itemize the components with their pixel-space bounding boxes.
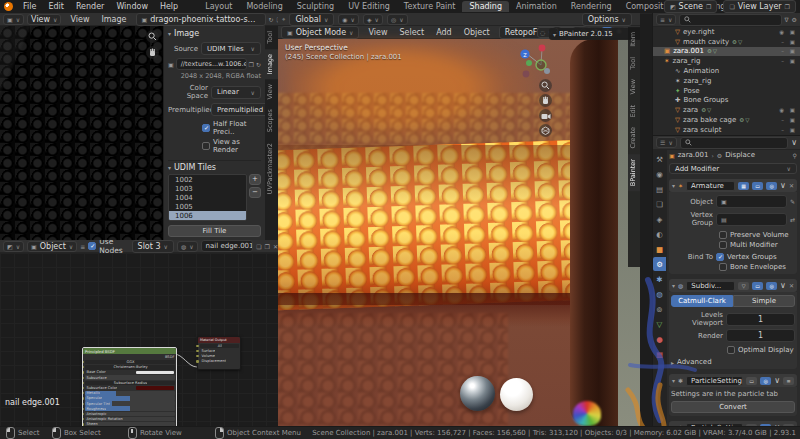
viewport-menu[interactable]: Select xyxy=(393,27,430,38)
app-menu-item[interactable]: File xyxy=(17,1,42,12)
colorspace-dropdown[interactable]: Linear∨ xyxy=(211,86,261,99)
reload-icon[interactable]: ↻ xyxy=(256,61,261,68)
viewport-sidebar-tab[interactable]: Tool xyxy=(628,52,640,75)
udim-panel-header[interactable]: ▾UDIM Tiles xyxy=(168,160,261,172)
shader-type-dropdown[interactable]: ▣Object∨ xyxy=(27,241,77,252)
visibility-toggles[interactable]: – ▣ xyxy=(781,58,797,64)
image-mode-dropdown[interactable]: View∨ xyxy=(27,14,61,25)
editor-type-button[interactable]: ☰∨ xyxy=(656,137,677,148)
multi-modifier-checkbox[interactable] xyxy=(719,241,727,249)
outliner-row[interactable]: ∿ Animation xyxy=(653,66,800,76)
properties-tab-render[interactable]: ◉ xyxy=(653,167,666,181)
armature-object-field[interactable]: ▣ xyxy=(716,195,787,208)
properties-tab-scene[interactable]: ◈ xyxy=(653,212,666,226)
node-row[interactable]: Specular Tint xyxy=(85,401,175,406)
bone-envelopes-checkbox[interactable] xyxy=(719,263,727,271)
node-row[interactable]: Base Color xyxy=(85,370,175,375)
node-row[interactable]: Subsurface xyxy=(85,375,175,380)
orientation-dropdown[interactable]: Global∨ xyxy=(289,13,334,26)
modifier-name-field[interactable]: Subdiv... xyxy=(686,281,735,291)
node-row[interactable]: All xyxy=(200,344,239,349)
app-menu-item[interactable]: Help xyxy=(154,1,184,12)
viewport-menu[interactable]: Object xyxy=(458,27,496,38)
workspace-tab[interactable]: Sculpting xyxy=(290,1,341,12)
half-float-checkbox[interactable] xyxy=(202,124,210,132)
modifier-name-field[interactable]: Armature xyxy=(686,181,735,191)
properties-tab-physics[interactable]: ◍ xyxy=(653,287,666,301)
outliner-display-mode[interactable]: ≡∨ xyxy=(656,14,676,25)
copy-material-icon[interactable]: ❐ xyxy=(265,243,270,250)
visibility-toggles[interactable]: – ▣ xyxy=(781,48,797,54)
zoom-gizmo[interactable] xyxy=(146,30,159,43)
properties-tab-object[interactable]: ■ xyxy=(653,242,666,256)
workspace-tab[interactable]: Animation xyxy=(509,1,564,12)
optimal-display-checkbox[interactable] xyxy=(727,346,735,354)
viewport-menu[interactable]: View xyxy=(362,27,393,38)
viewport-pan-button[interactable] xyxy=(539,94,552,107)
add-tile-button[interactable]: + xyxy=(249,174,261,185)
viewport-sidebar-tab[interactable]: BPainter xyxy=(628,154,640,191)
viewport-sidebar-tab[interactable]: Edit xyxy=(628,100,640,123)
node-row[interactable]: Specular xyxy=(85,396,175,401)
udim-tile[interactable]: 1002 xyxy=(169,175,246,184)
outliner-options-icon[interactable]: ⚙ xyxy=(792,16,797,23)
preserve-volume-checkbox[interactable] xyxy=(719,231,727,239)
proportional-edit-dropdown[interactable]: ◎∨ xyxy=(387,14,408,25)
workspace-tab[interactable]: Texture Paint xyxy=(397,1,463,12)
properties-tab-world[interactable]: ◐ xyxy=(653,227,666,241)
new-material-icon[interactable]: ❏ xyxy=(256,243,261,250)
open-folder-icon[interactable]: ❐ xyxy=(249,61,254,68)
image-sidebar-tab[interactable]: Scopes xyxy=(265,104,278,137)
modifier-extras-icon[interactable]: ∨ xyxy=(780,181,786,190)
node-row[interactable]: Volume xyxy=(200,354,239,359)
image-sidebar-tab[interactable]: Image xyxy=(265,49,278,79)
node-row[interactable]: Surface xyxy=(200,349,239,354)
properties-tab-output[interactable]: ▤ xyxy=(653,182,666,196)
visibility-toggles[interactable]: – ▣ xyxy=(781,117,797,123)
node-row[interactable]: Roughness xyxy=(85,406,175,411)
outliner-row[interactable]: ▽ eye.right ◉ ▣ xyxy=(653,27,800,37)
viewport-sidebar-tab[interactable]: View xyxy=(628,74,640,99)
catmull-clark-button[interactable]: Catmull-Clark xyxy=(671,295,733,307)
view-layer-selector[interactable]: ❏View Layer❐ xyxy=(723,0,796,13)
properties-tab-particles[interactable]: ✱ xyxy=(653,272,666,286)
transform-icon[interactable]: ⌖ xyxy=(282,15,285,23)
properties-tab-view-layer[interactable]: ❏ xyxy=(653,197,666,211)
app-menu-item[interactable]: Edit xyxy=(42,1,70,12)
udim-tile[interactable]: 1005 xyxy=(169,202,246,211)
outliner-row[interactable]: ▽ mouth cavity ⚙▽ – ▣ xyxy=(653,37,800,47)
image-sidebar-tab[interactable]: Tool xyxy=(265,26,278,49)
bpainter-panel-header[interactable]: ▾BPainter 2.0.15 xyxy=(549,28,640,40)
app-menu-item[interactable]: Render xyxy=(70,1,110,12)
editor-type-button[interactable]: ◩∨ xyxy=(3,241,24,252)
menu-icon[interactable]: ≡ xyxy=(80,243,85,250)
outliner-row[interactable]: ▽ zara ⚙▽ ◉ ▣ xyxy=(653,105,800,115)
render-levels-value[interactable]: 1 xyxy=(726,329,795,342)
drag-handle-icon[interactable]: ≡ xyxy=(783,377,794,385)
outliner-row[interactable]: ✶ zara_rig xyxy=(653,76,800,86)
principled-bsdf-node[interactable]: Principled BSDF BSDFGGXChristensen-Burle… xyxy=(82,347,177,426)
workspace-tab[interactable]: UV Editing xyxy=(341,1,397,12)
app-menu-item[interactable]: Window xyxy=(110,1,154,12)
filepath-field[interactable]: //textures...w.1006.exr xyxy=(176,58,247,70)
editor-type-button[interactable]: ▣∨ xyxy=(3,14,24,25)
node-row[interactable]: Christensen-Burley xyxy=(85,365,175,370)
realtime-toggle[interactable]: ▭ xyxy=(752,182,763,190)
pin-icon[interactable]: ⚲ xyxy=(793,152,797,159)
node-row[interactable]: BSDF xyxy=(85,355,175,360)
advanced-panel-header[interactable]: Advanced xyxy=(677,358,712,366)
realtime-toggle[interactable]: ▭ xyxy=(746,377,757,385)
node-row[interactable]: GGX xyxy=(85,360,175,365)
node-row[interactable]: Anisotropic xyxy=(85,412,175,417)
convert-button[interactable]: Convert xyxy=(671,401,795,413)
properties-tab-texture[interactable]: ▦ xyxy=(653,347,666,361)
cage-toggle[interactable]: ▽ xyxy=(738,282,749,290)
simple-button[interactable]: Simple xyxy=(733,295,795,307)
white-preview-sphere[interactable] xyxy=(500,378,533,411)
visibility-toggles[interactable]: ◉ ▣ xyxy=(779,107,797,113)
properties-tab-tool[interactable]: ⚒ xyxy=(653,152,666,166)
subdiv-modifier-header[interactable]: ▾◍ Subdiv... ▽ ▭ ◎ ∨ ✕ xyxy=(669,279,797,292)
workspace-tab[interactable]: Layout xyxy=(198,1,239,12)
outliner-row[interactable]: ✶ zara_rig – ▣ xyxy=(653,56,800,66)
levels-viewport-value[interactable]: 1 xyxy=(726,313,795,326)
